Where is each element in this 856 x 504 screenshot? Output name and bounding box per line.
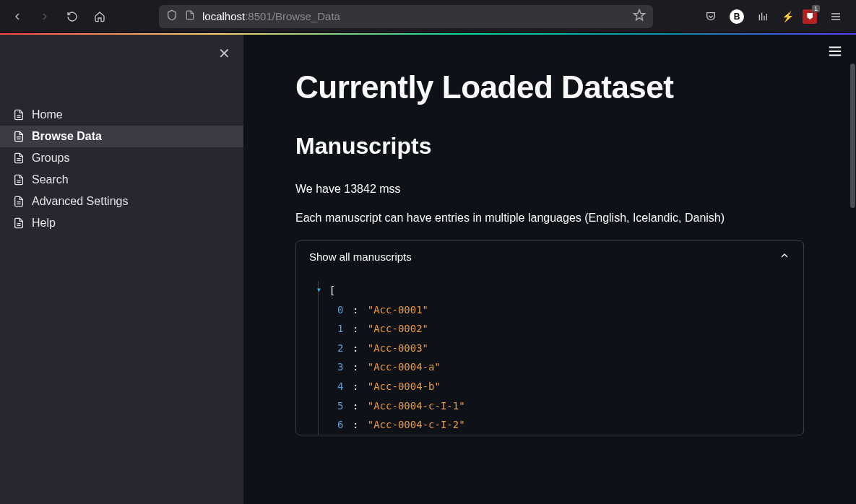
url-text: localhost:8501/Browse_Data [202,10,626,22]
json-row: 6 : "Acc-0004-c-I-2" [326,415,790,435]
sidebar-item-search[interactable]: Search [0,169,243,191]
browser-toolbar: localhost:8501/Browse_Data B ⚡ ⛊ 1 [0,0,856,33]
extension-b-icon[interactable]: B [730,9,744,24]
json-row: 1 : "Acc-0002" [326,319,790,339]
shield-icon [166,9,178,24]
page-icon [13,173,25,186]
json-row: 3 : "Acc-0004-a" [326,357,790,377]
json-index: 4 [337,381,343,392]
page-icon [13,130,25,143]
json-row: 2 : "Acc-0003" [326,339,790,358]
sidebar-item-help[interactable]: Help [0,212,243,234]
ublock-count: 1 [812,5,820,12]
chevron-up-icon [779,250,790,264]
lang-text: Each manuscript can have entries in mult… [295,212,804,225]
sidebar-item-home[interactable]: Home [0,104,243,126]
json-row: 0 : "Acc-0001" [326,300,790,320]
json-colon: : [353,304,358,316]
json-colon: : [353,381,358,392]
json-colon: : [353,323,358,334]
sidebar-item-browse-data[interactable]: Browse Data [0,126,243,147]
sidebar-nav: HomeBrowse DataGroupsSearchAdvanced Sett… [0,104,243,234]
json-colon: : [353,419,358,430]
json-viewer[interactable]: ▼[ 0 : "Acc-0001"1 : "Acc-0002"2 : "Acc-… [296,272,803,435]
page-icon [13,217,25,230]
ublock-icon[interactable]: ⛊ 1 [803,9,817,24]
sidebar-item-groups[interactable]: Groups [0,147,243,169]
main-area: Currently Loaded Dataset Manuscripts We … [243,35,856,504]
json-index: 5 [337,400,343,412]
json-colon: : [353,361,358,373]
browser-menu-button[interactable] [826,6,846,27]
pocket-icon[interactable] [701,6,721,27]
json-toggle-icon[interactable]: ▼ [317,287,321,293]
page-icon [13,195,25,208]
count-text: We have 13842 mss [295,183,804,196]
json-colon: : [353,342,358,354]
expander-header[interactable]: Show all manuscripts [296,241,803,272]
json-index: 3 [337,361,343,373]
expander-label: Show all manuscripts [309,251,412,263]
file-icon [185,9,195,24]
sidebar-item-advanced-settings[interactable]: Advanced Settings [0,191,243,212]
json-value: "Acc-0004-b" [368,381,441,392]
sidebar-item-label: Groups [32,152,69,165]
json-value: "Acc-0002" [368,323,428,334]
json-index: 6 [337,419,343,430]
json-value: "Acc-0004-c-I-2" [368,419,465,430]
page-icon [13,152,25,165]
scrollbar-thumb[interactable] [850,64,855,208]
json-index: 2 [337,342,343,354]
json-index: 1 [337,323,343,334]
lightning-icon[interactable]: ⚡ [782,11,794,22]
json-row: 4 : "Acc-0004-b" [326,377,790,396]
browser-right-icons: B ⚡ ⛊ 1 [701,6,850,27]
sidebar-item-label: Browse Data [32,130,102,143]
bookmark-star-icon[interactable] [633,9,646,25]
url-bar[interactable]: localhost:8501/Browse_Data [159,5,653,28]
json-open-bracket: [ [329,284,335,296]
extension-bars-icon[interactable] [753,6,773,27]
section-title: Manuscripts [295,133,804,160]
sidebar-close-button[interactable]: ✕ [218,45,230,62]
url-host: localhost [202,10,245,22]
sidebar-item-label: Help [32,217,56,230]
reload-button[interactable] [61,5,84,28]
sidebar-item-label: Search [32,173,69,186]
sidebar: ✕ HomeBrowse DataGroupsSearchAdvanced Se… [0,35,243,504]
sidebar-item-label: Advanced Settings [32,195,128,208]
url-port: :8501 [245,10,272,22]
json-value: "Acc-0001" [368,304,428,316]
page-title: Currently Loaded Dataset [295,69,804,105]
sidebar-item-label: Home [32,108,63,121]
home-button[interactable] [88,5,111,28]
url-path: /Browse_Data [272,10,340,22]
json-value: "Acc-0003" [368,342,428,354]
json-row: 5 : "Acc-0004-c-I-1" [326,396,790,416]
json-colon: : [353,400,358,412]
badge-letter: B [734,12,740,22]
expander: Show all manuscripts ▼[ 0 : "Acc-0001"1 … [295,240,804,435]
scrollbar-track[interactable] [849,35,856,504]
forward-button[interactable] [33,5,56,28]
json-value: "Acc-0004-c-I-1" [368,400,465,412]
page-icon [13,108,25,121]
app-menu-button[interactable] [827,43,843,62]
json-value: "Acc-0004-a" [368,361,441,373]
json-index: 0 [337,304,343,316]
back-button[interactable] [6,5,29,28]
